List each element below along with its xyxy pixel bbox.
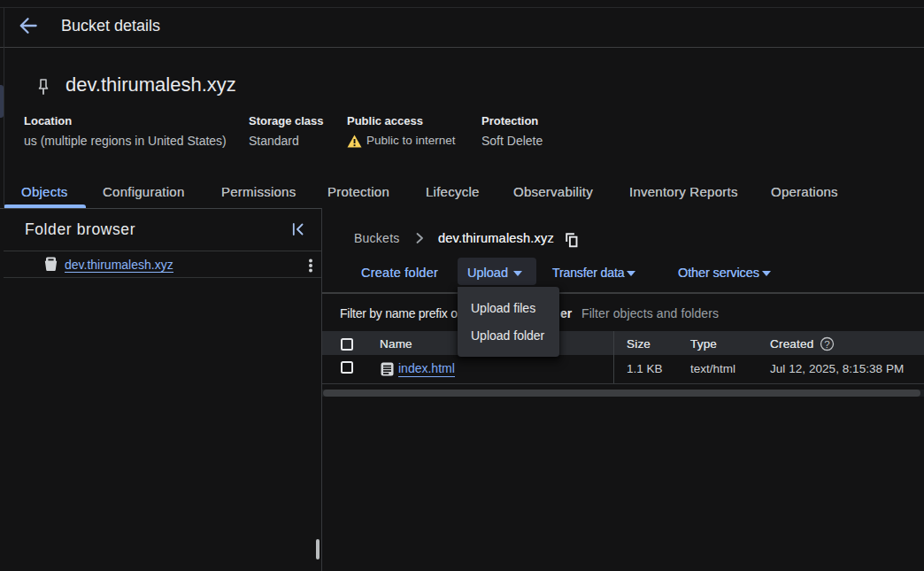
svg-text:?: ? [824,339,829,350]
